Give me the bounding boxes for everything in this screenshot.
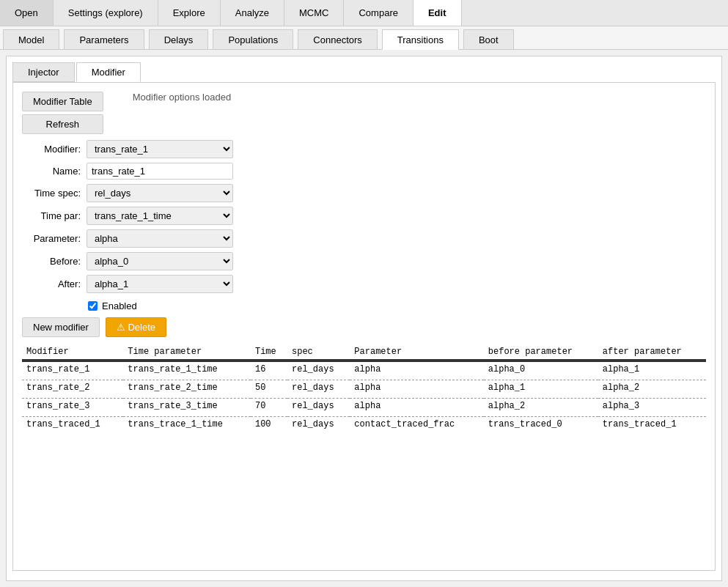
cell-after: alpha_2 [598, 380, 706, 396]
cell-parameter: alpha [350, 399, 483, 414]
subtab-delays[interactable]: Delays [149, 29, 209, 49]
table-row: trans_traced_1 trans_trace_1_time 100 re… [22, 417, 706, 432]
cell-parameter: contact_traced_frac [350, 417, 483, 432]
cell-before: alpha_0 [484, 361, 598, 377]
name-label: Name: [22, 166, 81, 177]
enabled-row: Enabled [88, 300, 706, 311]
cell-time: 50 [251, 380, 287, 396]
tab-modifier[interactable]: Modifier [76, 62, 141, 82]
cell-time: 100 [251, 417, 287, 432]
cell-before: alpha_2 [484, 399, 598, 414]
status-text: Modifier options loaded [133, 92, 231, 103]
col-header-time-parameter: Time parameter [123, 344, 251, 360]
cell-time-parameter: trans_rate_2_time [123, 380, 251, 396]
top-buttons-group: Modifier Table Refresh [22, 92, 103, 134]
cell-after: alpha_3 [598, 399, 706, 414]
col-header-parameter: Parameter [350, 344, 483, 360]
modifier-row: Modifier: trans_rate_1trans_rate_2trans_… [22, 140, 706, 158]
tab-settings-explore[interactable]: Settings (explore) [54, 0, 158, 26]
modifier-form: Modifier: trans_rate_1trans_rate_2trans_… [22, 140, 706, 293]
cell-time: 70 [251, 399, 287, 414]
col-header-before: before parameter [484, 344, 598, 360]
cell-spec: rel_days [287, 380, 350, 396]
cell-modifier: trans_traced_1 [22, 417, 123, 432]
tab-explore[interactable]: Explore [158, 0, 221, 26]
timepar-select[interactable]: trans_rate_1_timetrans_rate_2_timetrans_… [87, 207, 233, 225]
cell-spec: rel_days [287, 361, 350, 377]
delete-button[interactable]: ⚠ Delete [106, 317, 166, 337]
after-select[interactable]: alpha_1alpha_2alpha_3 [87, 275, 233, 293]
tab-mcmc[interactable]: MCMC [284, 0, 344, 26]
tab-injector[interactable]: Injector [12, 62, 75, 82]
modifier-panel: Modifier Table Refresh Modifier options … [12, 82, 716, 571]
subtab-populations[interactable]: Populations [213, 29, 293, 49]
timepar-row: Time par: trans_rate_1_timetrans_rate_2_… [22, 207, 706, 225]
col-header-spec: spec [287, 344, 350, 360]
subtab-transitions[interactable]: Transitions [382, 29, 459, 50]
cell-parameter: alpha [350, 361, 483, 377]
subtab-model[interactable]: Model [3, 29, 59, 49]
tab-open[interactable]: Open [0, 0, 54, 26]
after-row: After: alpha_1alpha_2alpha_3 [22, 275, 706, 293]
table-row: trans_rate_1 trans_rate_1_time 16 rel_da… [22, 361, 706, 377]
tab-analyze[interactable]: Analyze [221, 0, 284, 26]
cell-spec: rel_days [287, 399, 350, 414]
inner-tab-bar: Injector Modifier [12, 62, 716, 82]
parameter-select[interactable]: alphacontact_traced_frac [87, 229, 233, 248]
table-header: Modifier Time parameter Time spec Parame… [22, 344, 706, 360]
timespec-label: Time spec: [22, 188, 81, 199]
cell-modifier: trans_rate_1 [22, 361, 123, 377]
enabled-checkbox[interactable] [88, 301, 98, 311]
col-header-time: Time [251, 344, 287, 360]
subtab-boot[interactable]: Boot [463, 29, 514, 49]
tab-compare[interactable]: Compare [344, 0, 413, 26]
modifier-data-table: Modifier Time parameter Time spec Parame… [22, 344, 706, 432]
cell-after: alpha_1 [598, 361, 706, 377]
cell-spec: rel_days [287, 417, 350, 432]
name-input[interactable] [87, 163, 233, 180]
top-navigation: Open Settings (explore) Explore Analyze … [0, 0, 728, 26]
before-label: Before: [22, 256, 81, 267]
tab-edit[interactable]: Edit [413, 0, 462, 26]
enabled-label: Enabled [102, 300, 137, 311]
cell-modifier: trans_rate_2 [22, 380, 123, 396]
parameter-row: Parameter: alphacontact_traced_frac [22, 229, 706, 248]
name-row: Name: [22, 163, 706, 180]
subtab-parameters[interactable]: Parameters [64, 29, 144, 49]
timepar-label: Time par: [22, 210, 81, 221]
new-modifier-button[interactable]: New modifier [22, 317, 100, 337]
modifier-select[interactable]: trans_rate_1trans_rate_2trans_rate_3tran… [87, 140, 233, 158]
col-header-after: after parameter [598, 344, 706, 360]
cell-time-parameter: trans_rate_1_time [123, 361, 251, 377]
col-header-modifier: Modifier [22, 344, 123, 360]
modifier-label: Modifier: [22, 144, 81, 155]
parameter-label: Parameter: [22, 233, 81, 244]
cell-before: trans_traced_0 [484, 417, 598, 432]
cell-time: 16 [251, 361, 287, 377]
before-row: Before: alpha_0alpha_1alpha_2 [22, 252, 706, 270]
cell-before: alpha_1 [484, 380, 598, 396]
table-body: trans_rate_1 trans_rate_1_time 16 rel_da… [22, 361, 706, 432]
cell-time-parameter: trans_trace_1_time [123, 417, 251, 432]
before-select[interactable]: alpha_0alpha_1alpha_2 [87, 252, 233, 270]
cell-modifier: trans_rate_3 [22, 399, 123, 414]
refresh-button[interactable]: Refresh [22, 114, 103, 134]
cell-time-parameter: trans_rate_3_time [123, 399, 251, 414]
sub-navigation: Model Parameters Delays Populations Conn… [0, 26, 728, 50]
after-label: After: [22, 278, 81, 289]
table-row: trans_rate_2 trans_rate_2_time 50 rel_da… [22, 380, 706, 396]
main-content-area: Injector Modifier Modifier Table Refresh… [6, 56, 722, 581]
table-row: trans_rate_3 trans_rate_3_time 70 rel_da… [22, 399, 706, 414]
subtab-connectors[interactable]: Connectors [298, 29, 377, 49]
cell-parameter: alpha [350, 380, 483, 396]
timespec-row: Time spec: rel_daysabs_days [22, 184, 706, 202]
action-buttons: New modifier ⚠ Delete [22, 317, 706, 337]
top-area: Modifier Table Refresh Modifier options … [22, 92, 706, 134]
cell-after: trans_traced_1 [598, 417, 706, 432]
modifier-table-button[interactable]: Modifier Table [22, 92, 103, 111]
timespec-select[interactable]: rel_daysabs_days [87, 184, 233, 202]
